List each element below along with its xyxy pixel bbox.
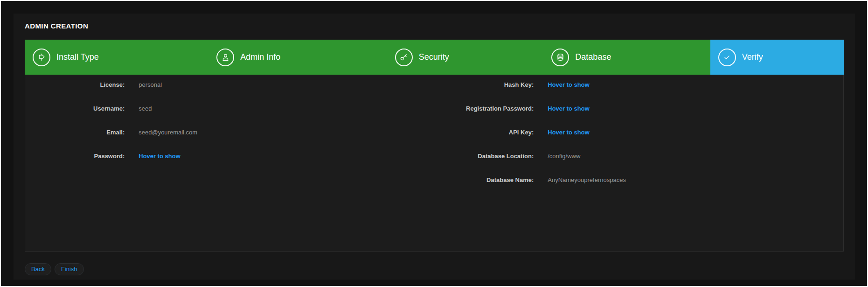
step-label: Security: [419, 52, 449, 62]
hover-to-show-link[interactable]: Hover to show: [127, 153, 181, 160]
step-verify[interactable]: Verify: [710, 40, 844, 75]
step-label: Install Type: [56, 52, 99, 62]
signpost-icon: [33, 49, 50, 66]
summary-row: License:personal: [25, 81, 434, 89]
wizard-actions: Back Finish: [25, 263, 844, 275]
summary-row: Username:seed: [25, 105, 434, 112]
database-icon: [551, 49, 569, 66]
field-value: seed: [127, 105, 152, 112]
wizard-step-bar: Install Type Admin Info Security Databas…: [25, 40, 844, 75]
field-value: personal: [127, 81, 162, 88]
summary-row: Registration Password:Hover to show: [434, 105, 843, 112]
summary-row: Database Location:/config/www: [434, 152, 843, 160]
field-value: AnyNameyouprefernospaces: [536, 176, 626, 183]
user-icon: [216, 49, 234, 66]
field-label: Database Name:: [434, 176, 536, 183]
field-label: Email:: [25, 129, 127, 136]
summary-row: API Key:Hover to show: [434, 128, 843, 136]
field-label: Username:: [25, 105, 127, 112]
summary-row: Hash Key:Hover to show: [434, 81, 843, 89]
step-admin-info[interactable]: Admin Info: [208, 40, 387, 75]
step-install-type[interactable]: Install Type: [25, 40, 208, 75]
step-label: Verify: [742, 52, 763, 62]
verify-summary-panel: License:personalUsername:seedEmail:seed@…: [25, 75, 844, 252]
key-icon: [395, 49, 413, 66]
field-label: Password:: [25, 153, 127, 160]
back-button[interactable]: Back: [25, 263, 51, 275]
hover-to-show-link[interactable]: Hover to show: [536, 81, 590, 88]
step-label: Admin Info: [240, 52, 280, 62]
hover-to-show-link[interactable]: Hover to show: [536, 105, 590, 112]
step-security[interactable]: Security: [387, 40, 544, 75]
field-label: API Key:: [434, 129, 536, 136]
field-label: Database Location:: [434, 153, 536, 160]
summary-row: Password:Hover to show: [25, 152, 434, 160]
app-window: ADMIN CREATION Install Type Admin Info S…: [1, 1, 867, 286]
step-label: Database: [575, 52, 611, 62]
hover-to-show-link[interactable]: Hover to show: [536, 129, 590, 136]
field-label: License:: [25, 81, 127, 88]
page-title: ADMIN CREATION: [25, 22, 844, 30]
summary-row: Email:seed@youremail.com: [25, 128, 434, 136]
summary-left-column: License:personalUsername:seedEmail:seed@…: [25, 75, 434, 251]
finish-button[interactable]: Finish: [55, 263, 84, 275]
admin-creation-card: ADMIN CREATION Install Type Admin Info S…: [14, 14, 855, 280]
field-value: /config/www: [536, 153, 580, 160]
step-database[interactable]: Database: [543, 40, 710, 75]
field-label: Registration Password:: [434, 105, 536, 112]
summary-row: Database Name:AnyNameyouprefernospaces: [434, 176, 843, 184]
check-icon: [718, 49, 736, 66]
field-value: seed@youremail.com: [127, 129, 197, 136]
summary-right-column: Hash Key:Hover to showRegistration Passw…: [434, 75, 843, 251]
field-label: Hash Key:: [434, 81, 536, 88]
